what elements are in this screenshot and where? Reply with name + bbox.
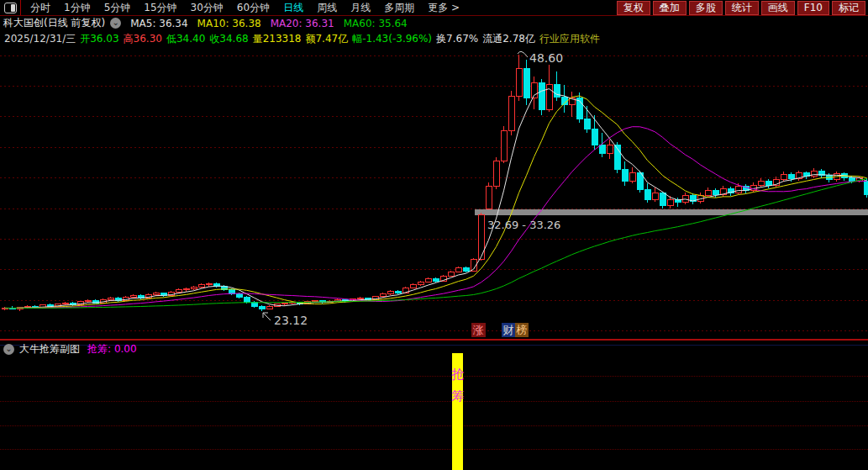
main-chart[interactable]: 48.6023.1232.69 - 33.26涨财榜: [0, 46, 868, 339]
quote-item: 幅-1.43(-3.96%): [352, 32, 432, 46]
candle-body: [788, 174, 794, 178]
indicator-subpanel[interactable]: 抢筹 ⌄ 大牛抢筹副图 抢筹: 0.00: [0, 341, 868, 470]
toolbar-item[interactable]: 分时: [24, 1, 57, 15]
candle-body: [153, 293, 159, 294]
candle-body: [864, 181, 868, 194]
signal-bar-label: 抢筹: [451, 368, 465, 403]
candle-body: [713, 191, 718, 195]
candle-body: [108, 298, 113, 299]
low-arrow: [263, 313, 271, 320]
candle-body: [486, 187, 492, 209]
candle-body: [652, 193, 658, 199]
toolbar-button[interactable]: 标记: [832, 1, 865, 15]
ma-legend-item: MA20: 36.31: [271, 18, 334, 29]
toolbar-item[interactable]: 多周期: [377, 1, 421, 15]
gap-band: [475, 209, 868, 215]
ma-legend-item: MA5: 36.34: [130, 18, 187, 29]
candle-body: [266, 306, 272, 309]
toolbar-left-items: 分时1分钟5分钟15分钟30分钟60分钟日线周线月线多周期更多 >: [24, 1, 466, 15]
ma-legend-item: MA10: 36.38: [197, 18, 261, 29]
ma10-line: [5, 96, 867, 309]
candle-body: [191, 288, 197, 289]
candle-body: [425, 278, 431, 282]
indicator-value: 0.00: [114, 343, 137, 355]
quote-item: 低34.40: [166, 32, 205, 46]
candle-body: [395, 291, 401, 293]
candle-body: [463, 268, 469, 272]
quote-item: 开36.03: [80, 32, 118, 46]
candle-body: [176, 290, 181, 293]
quote-item: 流通2.78亿: [482, 32, 535, 46]
badge-label[interactable]: 涨: [473, 324, 484, 336]
candle-body: [607, 145, 613, 154]
toolbar-button[interactable]: 画线: [761, 1, 795, 15]
candle-body: [493, 161, 499, 187]
collapse-main-chart-icon[interactable]: ⌄: [110, 18, 121, 29]
candle-body: [198, 285, 204, 288]
stock-title: 科大国创(日线 前复权): [3, 16, 105, 30]
toolbar-item[interactable]: 日线: [276, 1, 310, 15]
quote-item: 换7.67%: [436, 32, 478, 46]
toolbar-item[interactable]: 1分钟: [57, 1, 97, 15]
subpanel-header: ⌄ 大牛抢筹副图 抢筹: 0.00: [3, 342, 137, 356]
collapse-subpanel-icon[interactable]: ⌄: [3, 344, 14, 355]
toolbar-item[interactable]: 周线: [310, 1, 344, 15]
quote-bar: 2025/12/31/三开36.03高36.30低34.40收34.68量213…: [0, 31, 868, 46]
candle-body: [811, 172, 817, 177]
candle-body: [539, 83, 544, 110]
toolbar-divider: [20, 0, 21, 15]
toolbar-item[interactable]: 更多 >: [421, 1, 466, 15]
subpanel-gridline: [0, 401, 868, 403]
candle-body: [357, 298, 363, 298]
industry-link[interactable]: 行业应用软件: [539, 32, 600, 46]
candle-body: [523, 69, 529, 98]
subpanel-title: 大牛抢筹副图: [19, 342, 80, 356]
window-icon[interactable]: [4, 3, 17, 13]
gap-annotation: 32.69 - 33.26: [487, 219, 560, 231]
toolbar-item[interactable]: 月线: [344, 1, 377, 15]
toolbar-item[interactable]: 5分钟: [97, 1, 138, 15]
indicator-label: 抢筹:: [87, 343, 111, 355]
quote-item: 高36.30: [124, 32, 162, 46]
signal-bar-char: 抢: [451, 368, 465, 381]
candle-body: [229, 290, 234, 294]
toolbar-right-items: 复权叠加多股统计画线F10标记: [617, 1, 868, 15]
candle-body: [660, 193, 665, 206]
ma-legend-item: MA60: 35.64: [344, 18, 408, 29]
candle-body: [508, 96, 514, 131]
candle-body: [455, 268, 461, 272]
candle-body: [501, 131, 507, 161]
badge-label[interactable]: 财: [503, 324, 514, 336]
signal-bar-char: 筹: [451, 390, 465, 403]
toolbar-button[interactable]: 复权: [617, 1, 650, 15]
toolbar-item[interactable]: 60分钟: [230, 1, 276, 15]
ma5-line: [5, 89, 867, 309]
candle-body: [705, 191, 711, 196]
top-toolbar: 分时1分钟5分钟15分钟30分钟60分钟日线周线月线多周期更多 > 复权叠加多股…: [0, 0, 868, 16]
toolbar-item[interactable]: 30分钟: [184, 1, 230, 15]
candle-body: [433, 278, 439, 281]
candle-body: [448, 272, 454, 276]
candle-body: [418, 282, 423, 285]
candle-body: [592, 129, 597, 145]
candle-body: [259, 307, 265, 309]
candle-body: [622, 169, 628, 181]
candle-body: [130, 295, 136, 297]
toolbar-button[interactable]: 统计: [725, 1, 759, 15]
candle-body: [629, 172, 635, 182]
candle-body: [599, 145, 605, 154]
candle-body: [765, 182, 771, 186]
candle-body: [387, 291, 393, 294]
candle-body: [183, 289, 189, 290]
candle-body: [667, 199, 673, 205]
toolbar-button[interactable]: 叠加: [653, 1, 687, 15]
subpanel-gridline: [0, 449, 868, 451]
toolbar-button[interactable]: 多股: [689, 1, 723, 15]
badge-label[interactable]: 榜: [516, 324, 528, 336]
main-chart-svg: 48.6023.1232.69 - 33.26涨财榜: [0, 46, 868, 339]
candle-body: [244, 298, 250, 303]
candle-body: [62, 303, 68, 304]
toolbar-button[interactable]: F10: [797, 1, 829, 15]
quote-item: 2025/12/31/三: [4, 32, 76, 46]
toolbar-item[interactable]: 15分钟: [137, 1, 183, 15]
